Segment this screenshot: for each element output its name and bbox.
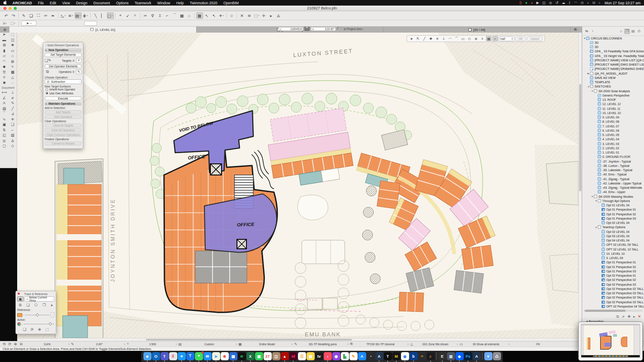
navigator-tree-item[interactable]: 2. LEVEL 02 — [582, 146, 644, 150]
execute-button[interactable]: Execute — [45, 97, 82, 101]
dock-mail-icon[interactable]: ✉ — [204, 352, 212, 360]
navigator-tree-item[interactable]: OPT 02 Perspective 04 TALL 2 — [582, 304, 644, 308]
dock-messages-icon[interactable]: ❝ — [195, 352, 203, 360]
tab-3d-all[interactable]: [3D / All] — [383, 27, 571, 33]
dock-photoshop-icon[interactable]: Ps — [464, 352, 472, 360]
close-op-icon[interactable]: ✕ — [239, 12, 246, 19]
slab-tool-icon[interactable]: ▱ — [0, 53, 8, 59]
dock-safari-icon[interactable]: ✦ — [178, 352, 186, 360]
pet-center-snap-icon[interactable]: ⊕ — [473, 36, 479, 41]
switch-reference-icon[interactable]: ⧉ — [19, 303, 21, 308]
vertical-scrollbar[interactable] — [578, 33, 582, 338]
navigator-tree-item[interactable]: 3D — [582, 45, 644, 49]
navigator-tree-item[interactable]: Generic Perspective — [582, 93, 644, 97]
box-select-icon[interactable]: ⬚ — [253, 12, 260, 19]
cancel-button[interactable]: Cancel — [527, 36, 542, 41]
make-reference-icon[interactable]: ❏ — [26, 303, 30, 308]
navigator-tree-item[interactable]: OPT 02 LEVEL 10 TALL — [582, 247, 644, 251]
dock-contacts-icon[interactable]: ◫ — [272, 352, 280, 360]
dock-morpholio-icon[interactable]: M — [392, 352, 401, 360]
seo-section-maintain[interactable]: Maintain Operations — [45, 102, 82, 106]
navigator-tree-item[interactable]: Opt 01 LEVEL 04 — [582, 203, 644, 208]
edit-plane-icon[interactable]: ⌗ — [132, 12, 139, 19]
navigator-tree-item[interactable]: Opt 02 LEVEL 04 — [582, 221, 644, 225]
navigator-tree-item[interactable]: SAVE AS VIEW — [582, 75, 644, 80]
tree-expand-icon[interactable]: ▼ — [591, 90, 594, 92]
dock-launchpad-icon[interactable]: ⠿ — [169, 352, 177, 360]
spotlight-icon[interactable]: ⌕ — [587, 1, 589, 5]
navigator-tree-item[interactable]: Opt 02 Perspective 02 TALL — [582, 287, 644, 291]
navigator-tree-item[interactable]: OPT 02 LEVEL 09 TALL — [582, 243, 644, 247]
dock-docs-icon[interactable]: ▤ — [229, 352, 237, 360]
pet-offset-edge-icon[interactable]: ⇱ — [415, 36, 421, 41]
navigator-tree-item[interactable]: ▼SK-0000 Massing Studies — [582, 194, 644, 199]
navigator-hscrollbar[interactable] — [584, 310, 643, 312]
navigator-tree-item[interactable]: Opt 02 LEVEL 04 — [582, 229, 644, 234]
wall-tool-icon[interactable]: ▬ — [0, 37, 8, 43]
arrow-tool-button[interactable]: ➤▾ — [21, 21, 36, 26]
menu-design[interactable]: Design — [73, 1, 90, 5]
dock-reminders-icon[interactable]: ☰ — [298, 352, 306, 360]
pet-box-edit-icon[interactable]: ▭ — [460, 36, 466, 41]
undo-icon[interactable]: ↶ — [3, 12, 10, 19]
pet-arrow-icon[interactable]: ➤ — [409, 36, 414, 41]
snap-reference-icon[interactable]: ▏ — [100, 12, 106, 19]
navigator-tree-item[interactable]: 9. LEVEL 09 — [582, 115, 644, 120]
status-layer-combination[interactable]: ▤Custom› — [178, 341, 238, 347]
segment-chevron-icon[interactable]: › — [124, 343, 125, 346]
clear-all-operators-button[interactable]: Clear All Operators — [45, 128, 82, 133]
z-reference[interactable]: to Project Zero› — [343, 27, 368, 31]
dimension-tool-icon[interactable]: ⟷ — [0, 90, 8, 95]
opening-tool-icon[interactable]: ◌ — [9, 80, 16, 86]
marquee-mode-icon[interactable]: ▢ — [107, 12, 114, 19]
dock-music-icon[interactable]: ♪ — [324, 352, 332, 360]
tab-1-level-01[interactable]: [1. LEVEL 01] — [9, 27, 197, 33]
dock-finder-icon[interactable]: ☻ — [143, 352, 152, 360]
zoom-back-icon[interactable]: ⟲ — [3, 342, 6, 346]
door-tool-icon[interactable]: ◫ — [9, 37, 16, 43]
status-renovation-filter[interactable]: ▭00 Show all elements› — [459, 341, 510, 347]
coord-angle-field[interactable]: a:123.90° — [311, 27, 336, 31]
angle-dimension-tool-icon[interactable]: ∠ — [0, 95, 8, 101]
menu-archicad[interactable]: ARCHICAD — [9, 1, 35, 5]
dock-maps-icon[interactable]: ➤ — [212, 352, 220, 360]
more-arrow-icon[interactable]: ▸ — [268, 12, 275, 19]
status-dot-icon[interactable]: ● — [525, 1, 527, 5]
tree-expand-icon[interactable]: ▼ — [595, 226, 598, 229]
gravity-icon[interactable]: ➶ — [125, 12, 131, 19]
navigator-tree-item[interactable]: 6. LEVEL 06 — [582, 128, 644, 133]
display-icon[interactable]: ⊡ — [592, 1, 595, 5]
navigator-tree-item[interactable]: 3D — [582, 40, 644, 45]
menu-edit[interactable]: Edit — [47, 1, 59, 5]
sidecar-icon[interactable]: ◫ — [542, 1, 546, 5]
pet-line-seg-icon[interactable]: ╱ — [422, 36, 427, 41]
new-view-icon[interactable]: ✚ — [627, 314, 631, 319]
menu-file[interactable]: File — [35, 1, 47, 5]
navigator-tree-item[interactable]: 7. LEVEL 07 — [582, 124, 644, 128]
navigator-tree-item[interactable]: ▼Teardrop Options — [582, 225, 644, 229]
window-title-bar[interactable]: 210927 Belco.pln — [0, 6, 644, 11]
fill-tool-icon[interactable]: ▨ — [0, 106, 8, 112]
navigator-tree-item[interactable]: -41. Zigzag - Typical — [582, 177, 644, 181]
guide-lines-icon[interactable]: ╲ — [92, 12, 99, 19]
dock-apple-tv-icon[interactable]: tv — [315, 352, 323, 360]
rotate-reference-icon[interactable]: ⟳ — [30, 327, 33, 332]
trace-palette-title[interactable]: Trace & Reference — [17, 292, 55, 296]
navigator-tree-item[interactable]: -40. Emu - Typical — [582, 172, 644, 177]
status-structure-filter[interactable]: ▦Entire Model› — [238, 341, 294, 347]
navigator-tree-item[interactable]: ▼CIRCUS BELCONNEN — [582, 36, 644, 40]
publisher-icon[interactable]: ⎙ — [636, 29, 642, 34]
segment-chevron-icon[interactable]: › — [508, 343, 509, 346]
navigator-tree-item[interactable]: GFA _ 03 Feasibility Total GFA Schedule — [582, 49, 644, 54]
tree-expand-icon[interactable]: ▼ — [595, 199, 598, 202]
fade-reference-icon[interactable]: ⬚ — [45, 327, 49, 332]
siri-icon[interactable]: ◐ — [599, 1, 601, 5]
dock-screens-icon[interactable]: ▣ — [447, 352, 455, 360]
menu-options[interactable]: Options — [113, 1, 131, 5]
segment-chevron-icon[interactable]: › — [292, 343, 292, 346]
navigator-tree-item[interactable]: Opt 02 Perspective 01 — [582, 274, 644, 278]
segment-chevron-icon[interactable]: › — [68, 343, 69, 346]
lamp-tool-icon[interactable]: ✺ — [0, 80, 8, 86]
dock-chrome-icon[interactable]: ◉ — [401, 352, 409, 360]
pet-perpendicular-icon[interactable]: ⟂ — [441, 36, 447, 41]
